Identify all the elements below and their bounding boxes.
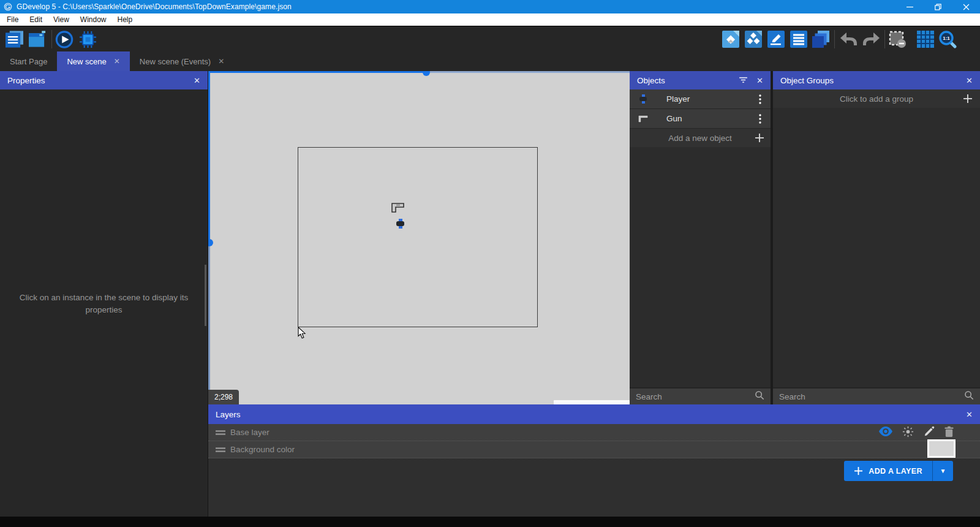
redo-icon[interactable]	[862, 31, 880, 48]
layers-panel-toggle-icon[interactable]	[812, 31, 831, 48]
tab-label: New scene (Events)	[140, 57, 211, 66]
layer-row-background-color[interactable]: Background color	[208, 441, 980, 458]
tab-start-page[interactable]: Start Page	[0, 51, 57, 71]
resize-handle-left[interactable]	[208, 239, 213, 246]
zoom-one-to-one-icon[interactable]: 1:1	[938, 31, 957, 48]
add-a-layer-main[interactable]: ADD A LAYER	[844, 461, 932, 481]
object-groups-panel: Object Groups ✕ Click to add a group	[773, 71, 980, 404]
layer-list: Base layer	[208, 424, 980, 458]
layer-actions	[878, 424, 954, 441]
mouse-cursor	[298, 327, 306, 342]
menubar: File Edit View Window Help	[0, 13, 980, 26]
add-layer-dropdown-caret[interactable]: ▼	[932, 461, 953, 481]
delete-layer-trash-icon[interactable]	[944, 426, 954, 440]
grid-icon[interactable]	[916, 31, 935, 48]
window-controls	[895, 0, 980, 13]
object-row-gun[interactable]: Gun	[630, 109, 771, 129]
groups-search-input[interactable]	[779, 392, 964, 401]
scene-editor-canvas[interactable]: 2;298	[208, 71, 630, 404]
close-panel-icon[interactable]: ✕	[966, 410, 973, 419]
clear-selection-icon[interactable]	[888, 31, 907, 48]
menu-window[interactable]: Window	[75, 13, 112, 26]
layers-panel: Layers ✕ Base layer	[208, 404, 980, 517]
instances-list-panel-toggle-icon[interactable]	[790, 31, 808, 48]
panel-title: Objects	[637, 76, 739, 85]
player-instance[interactable]	[396, 219, 404, 229]
gdevelop-window: GDevelop 5 - C:\Users\Sparkle\OneDrive\D…	[0, 0, 980, 527]
toolbar-separator	[51, 30, 52, 48]
properties-empty-hint: Click on an instance in the scene to dis…	[15, 292, 193, 316]
object-groups-panel-header: Object Groups ✕	[773, 71, 980, 89]
footer-strip	[0, 517, 980, 527]
tab-label: New scene	[67, 57, 106, 66]
properties-panel-header: Properties ✕	[0, 71, 208, 89]
objects-panel-toggle-icon[interactable]	[722, 31, 740, 48]
scene-window-top-edge	[208, 71, 427, 73]
object-menu-kebab-icon[interactable]	[756, 94, 764, 104]
menu-edit[interactable]: Edit	[24, 13, 48, 26]
panel-title: Layers	[216, 410, 957, 419]
layer-row-base[interactable]: Base layer	[208, 424, 980, 441]
close-panel-icon[interactable]: ✕	[194, 76, 200, 85]
add-group-label: Click to add a group	[840, 94, 913, 104]
toolbar-separator	[834, 30, 835, 48]
add-group-row[interactable]: Click to add a group	[773, 89, 980, 108]
start-page-icon[interactable]	[28, 31, 47, 48]
layer-effects-icon[interactable]	[902, 426, 914, 440]
edit-layer-pencil-icon[interactable]	[923, 426, 935, 440]
visibility-eye-icon[interactable]	[878, 427, 893, 439]
scene-window-top-edge-muted	[427, 71, 630, 73]
player-sprite	[396, 219, 404, 229]
player-sprite-body	[396, 221, 404, 226]
canvas-horizontal-scrollbar[interactable]	[554, 400, 630, 404]
panel-title: Object Groups	[780, 76, 957, 85]
tab-label: Start Page	[10, 57, 47, 66]
tab-new-scene-events[interactable]: New scene (Events) ✕	[130, 51, 234, 71]
tab-close-icon[interactable]: ✕	[218, 57, 224, 66]
undo-icon[interactable]	[839, 31, 858, 48]
tab-close-icon[interactable]: ✕	[114, 57, 120, 66]
object-groups-panel-toggle-icon[interactable]	[744, 31, 763, 48]
layers-panel-header: Layers ✕	[208, 404, 980, 424]
close-button[interactable]	[952, 0, 980, 13]
player-sprite-feet	[399, 226, 402, 229]
toolbar: 1:1	[0, 26, 980, 51]
resize-handle-top[interactable]	[423, 71, 430, 76]
groups-search-bar	[773, 387, 980, 404]
restore-button[interactable]	[924, 0, 952, 13]
object-row-player[interactable]: Player	[630, 89, 771, 109]
debug-icon[interactable]	[78, 31, 97, 48]
search-icon	[755, 390, 764, 403]
properties-panel-toggle-icon[interactable]	[767, 31, 785, 48]
layer-name[interactable]: Background color	[230, 445, 295, 454]
add-a-layer-label: ADD A LAYER	[869, 467, 922, 476]
add-a-layer-button[interactable]: ADD A LAYER ▼	[844, 461, 953, 481]
player-object-thumbnail	[636, 94, 650, 104]
scene-window-left-edge-muted	[208, 243, 210, 404]
titlebar: GDevelop 5 - C:\Users\Sparkle\OneDrive\D…	[0, 0, 980, 13]
drag-handle-icon[interactable]	[216, 430, 225, 436]
plus-icon[interactable]	[963, 94, 973, 106]
close-panel-icon[interactable]: ✕	[966, 76, 973, 85]
layer-name[interactable]: Base layer	[230, 428, 270, 437]
drag-handle-icon[interactable]	[216, 447, 225, 453]
background-color-swatch[interactable]	[927, 439, 956, 458]
close-panel-icon[interactable]: ✕	[756, 76, 763, 85]
add-new-object-row[interactable]: Add a new object	[630, 129, 771, 147]
minimize-button[interactable]	[895, 0, 924, 13]
gdevelop-logo-icon	[4, 2, 12, 11]
search-icon	[964, 390, 974, 403]
project-manager-icon[interactable]	[5, 31, 23, 48]
menu-help[interactable]: Help	[112, 13, 138, 26]
add-new-object-label: Add a new object	[668, 134, 732, 143]
gun-instance[interactable]	[391, 203, 404, 215]
properties-scrollbar[interactable]	[205, 265, 206, 326]
object-menu-kebab-icon[interactable]	[756, 114, 764, 124]
play-preview-icon[interactable]	[55, 31, 74, 48]
menu-view[interactable]: View	[48, 13, 75, 26]
menu-file[interactable]: File	[1, 13, 24, 26]
filter-icon[interactable]	[739, 75, 748, 86]
plus-icon[interactable]	[755, 133, 764, 145]
tab-new-scene[interactable]: New scene ✕	[57, 51, 129, 71]
objects-search-input[interactable]	[636, 392, 755, 401]
